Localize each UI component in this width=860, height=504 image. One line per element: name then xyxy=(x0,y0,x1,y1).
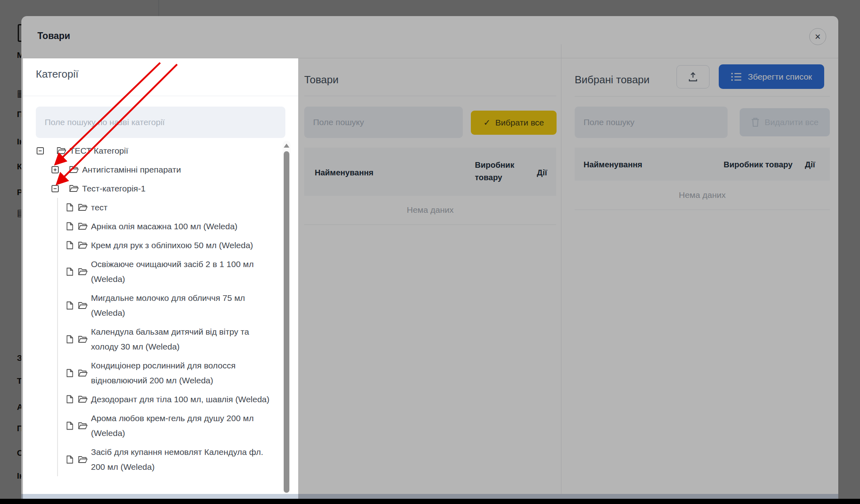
categories-divider xyxy=(23,96,298,96)
open-folder-icon xyxy=(78,456,88,463)
open-folder-icon xyxy=(78,335,88,343)
tree-row[interactable]: Мигдальне молочко для обличчя 75 мл (Wel… xyxy=(23,288,283,322)
open-folder-icon xyxy=(78,241,88,249)
file-icon xyxy=(66,369,73,377)
tree-row[interactable]: +Антигістамінні препарати xyxy=(23,160,283,179)
tree-item-label: Крем для рук з обліпихою 50 мл (Weleda) xyxy=(91,238,273,253)
file-icon xyxy=(66,267,73,276)
open-folder-icon xyxy=(78,222,88,230)
tree-row[interactable]: −ТЕСТ Категорії xyxy=(23,141,283,160)
screen: М▦ПІнКР▤ЗТАПСІн Товари ✕ Товари ✓ Вибрат… xyxy=(0,0,860,504)
tree-row[interactable]: Кондиціонер рослинний для волосся віднов… xyxy=(23,356,283,390)
scroll-up-icon[interactable] xyxy=(284,144,289,148)
tree-row[interactable]: Арніка олія масажна 100 мл (Weleda) xyxy=(23,217,283,236)
tree-row[interactable]: Календула бальзам дитячий від вітру та х… xyxy=(23,322,283,356)
open-folder-icon xyxy=(78,369,88,377)
category-search-input[interactable] xyxy=(36,107,285,138)
tree-item-label: Антигістамінні препарати xyxy=(82,162,181,177)
tree-item-label: Арома любов крем-гель для душу 200 мл (W… xyxy=(91,411,273,440)
collapse-toggle[interactable]: − xyxy=(37,147,44,154)
open-folder-icon xyxy=(57,147,66,154)
dim-overlay xyxy=(0,58,23,499)
tree-scrollbar[interactable] xyxy=(283,141,291,494)
file-icon xyxy=(66,301,73,310)
tree-item-label: ТЕСТ Категорії xyxy=(70,143,128,158)
categories-panel-title: Категорії xyxy=(36,68,78,80)
tree-row[interactable]: тест xyxy=(23,198,283,217)
bottom-black-bar xyxy=(0,499,860,504)
open-folder-icon xyxy=(78,395,88,403)
tree-item-label: Тест-категорія-1 xyxy=(82,181,146,196)
dim-overlay xyxy=(0,0,860,58)
file-icon xyxy=(66,422,73,430)
tree-item-label: Засіб для купання немовлят Календула фл.… xyxy=(91,444,273,474)
scrollbar-thumb[interactable] xyxy=(284,151,289,493)
file-icon xyxy=(66,455,73,464)
open-folder-icon xyxy=(69,185,79,192)
categories-panel: Категорії −ТЕСТ Категорії+Антигістамінні… xyxy=(23,58,298,494)
tree-row[interactable]: −Тест-категорія-1 xyxy=(23,179,283,198)
tree-row[interactable]: Освіжаюче очищаючий засіб 2 в 1 100 мл (… xyxy=(23,255,283,288)
file-icon xyxy=(66,203,73,212)
dim-overlay xyxy=(298,58,860,499)
collapse-toggle[interactable]: − xyxy=(52,185,59,192)
tree-item-label: Календула бальзам дитячий від вітру та х… xyxy=(91,324,273,354)
open-folder-icon xyxy=(69,166,79,173)
tree-row[interactable]: Крем для рук з обліпихою 50 мл (Weleda) xyxy=(23,236,283,255)
tree-item-label: тест xyxy=(91,200,273,215)
expand-toggle[interactable]: + xyxy=(52,166,59,173)
tree-row[interactable]: Арома любов крем-гель для душу 200 мл (W… xyxy=(23,409,283,442)
open-folder-icon xyxy=(78,302,88,309)
tree-item-label: Мигдальне молочко для обличчя 75 мл (Wel… xyxy=(91,290,273,320)
file-icon xyxy=(66,335,73,344)
category-tree: −ТЕСТ Категорії+Антигістамінні препарати… xyxy=(23,141,283,476)
file-icon xyxy=(66,395,73,403)
tree-item-label: Кондиціонер рослинний для волосся віднов… xyxy=(91,358,273,388)
open-folder-icon xyxy=(78,204,88,211)
tree-item-label: Освіжаюче очищаючий засіб 2 в 1 100 мл (… xyxy=(91,257,273,286)
file-icon xyxy=(66,222,73,230)
tree-item-label: Арніка олія масажна 100 мл (Weleda) xyxy=(91,219,273,234)
open-folder-icon xyxy=(78,422,88,430)
tree-row[interactable]: Засіб для купання немовлят Календула фл.… xyxy=(23,442,283,476)
file-icon xyxy=(66,241,73,249)
open-folder-icon xyxy=(78,268,88,276)
tree-row[interactable]: Дезодорант для тіла 100 мл, шавлія (Wele… xyxy=(23,390,283,409)
tree-item-label: Дезодорант для тіла 100 мл, шавлія (Wele… xyxy=(91,392,273,407)
